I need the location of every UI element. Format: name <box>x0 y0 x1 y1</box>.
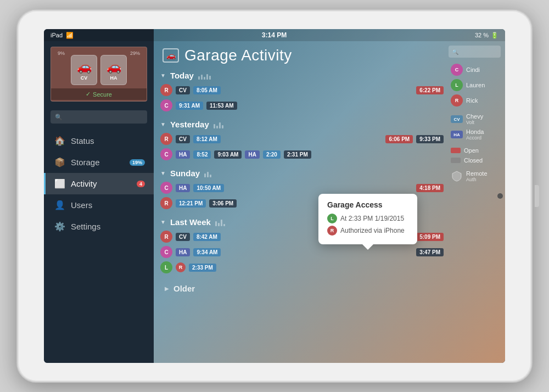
garage-pct-right: 29% <box>130 51 140 56</box>
older-section[interactable]: ▶ Older <box>158 279 446 298</box>
time-tag-933: 9:33 PM <box>416 135 444 143</box>
day-label-today: Today <box>170 71 194 80</box>
garage-secure: ✓ Secure <box>51 88 147 100</box>
legend-item-open: Open <box>449 145 501 155</box>
secure-label: Secure <box>93 91 112 98</box>
sidebar-item-label-settings: Settings <box>71 222 100 231</box>
legend-dot-rick: R <box>451 94 463 107</box>
today-row-1: R CV 8:05 AM 6:22 PM <box>158 82 446 98</box>
lastweek-row-3: L R 2:33 PM <box>158 260 446 275</box>
battery-icon: 🔋 <box>491 32 498 39</box>
storage-icon: 📦 <box>54 157 65 167</box>
sidebar-item-activity[interactable]: ⬜ Activity 4 <box>44 173 154 194</box>
sidebar-search-icon: 🔍 <box>55 114 63 121</box>
day-header-sunday[interactable]: ▼ Sunday <box>158 166 446 180</box>
time-tag-903: 9:03 AM <box>214 150 242 159</box>
ipad-screen: iPad 📶 3:14 PM 32 % 🔋 9% 29% 🚗 CV <box>44 29 505 363</box>
sidebar-search-input[interactable] <box>65 114 143 120</box>
vehicle-cv-lw: CV <box>176 233 190 241</box>
car-slot-2: 🚗 HA <box>100 55 127 85</box>
user-dot-r-inline: R <box>176 262 186 272</box>
day-label-sunday: Sunday <box>170 169 200 178</box>
side-dot <box>497 193 503 199</box>
chevron-down-icon-yesterday: ▼ <box>160 121 166 127</box>
time-tag-812: 8:12 AM <box>193 135 221 143</box>
today-row-2: C 9:31 AM 11:53 AM <box>158 98 446 113</box>
car-icon-1: 🚗 <box>77 60 92 74</box>
legend-item-rick: R Rick <box>449 93 501 108</box>
time-tag-1153: 11:53 AM <box>206 102 237 110</box>
tick-bar-sunday <box>204 170 211 177</box>
time-tag-306: 3:06 PM <box>209 199 237 208</box>
sidebar-item-users[interactable]: 👤 Users <box>44 194 154 216</box>
legend-item-cindi: C Cindi <box>449 62 501 77</box>
time-tag-509: 5:09 PM <box>416 233 444 241</box>
checkmark-icon: ✓ <box>86 91 91 98</box>
chevron-right-icon: ▶ <box>165 285 169 292</box>
right-search-bar[interactable]: 🔍 <box>449 46 501 58</box>
day-header-today[interactable]: ▼ Today <box>158 69 446 82</box>
sidebar-item-label-users: Users <box>71 200 92 210</box>
main-content: 🚗 Garage Activity 🔍 C Cindi L Lauren R <box>154 29 505 363</box>
user-dot-c: C <box>160 99 172 111</box>
user-dot-c-y: C <box>160 148 172 160</box>
device-label: iPad <box>51 32 63 38</box>
legend-label-open: Open <box>464 147 479 154</box>
power-button[interactable] <box>535 185 539 207</box>
user-dot-c-lw: C <box>160 246 172 258</box>
user-dot-l-lw: L <box>160 261 172 273</box>
sidebar-item-settings[interactable]: ⚙️ Settings <box>44 216 154 237</box>
legend-label-remote: Remote Auth <box>466 170 488 182</box>
home-icon: 🏠 <box>54 136 65 146</box>
sidebar-item-storage[interactable]: 📦 Storage 19% <box>44 152 154 173</box>
time-tag-1221: 12:21 PM <box>176 199 206 208</box>
legend-label-rick: Rick <box>466 97 478 104</box>
time-tag-934: 9:34 AM <box>193 248 221 256</box>
user-dot-r: R <box>160 84 172 96</box>
chevron-down-icon-lw: ▼ <box>160 219 166 225</box>
wifi-icon: 📶 <box>66 32 74 39</box>
activity-icon: ⬜ <box>54 178 65 189</box>
chevron-down-icon: ▼ <box>160 72 166 79</box>
day-label-yesterday: Yesterday <box>170 120 209 129</box>
older-label: Older <box>173 284 195 293</box>
legend-rect-chevy: CV <box>451 115 463 123</box>
legend-label-closed: Closed <box>464 157 483 164</box>
popup-bubble: Garage Access L At 2:33 PM 1/19/2015 R A… <box>318 194 417 244</box>
ipad-device: iPad 📶 3:14 PM 32 % 🔋 9% 29% 🚗 CV <box>16 9 533 383</box>
yesterday-row-1: R CV 8:12 AM 6:06 PM 9:33 PM <box>158 131 446 147</box>
user-dot-r-s: R <box>160 197 172 209</box>
legend-rect-honda: HA <box>451 131 463 138</box>
sidebar-search-bar[interactable]: 🔍 <box>51 110 147 124</box>
legend-label-honda: Honda Accord <box>466 128 484 141</box>
time-tag-852: 8:52 <box>193 150 211 159</box>
car-slot-1: 🚗 CV <box>71 55 97 85</box>
vehicle-tag-cv: CV <box>176 86 190 94</box>
vehicle-cv-y: CV <box>176 135 190 143</box>
right-panel: 🔍 C Cindi L Lauren R Rick CV <box>449 46 501 184</box>
legend-label-lauren: Lauren <box>466 82 485 88</box>
popup-user-r: R <box>327 226 337 236</box>
status-bar: iPad 📶 3:14 PM 32 % 🔋 <box>44 29 505 41</box>
user-dot-c-s: C <box>160 182 172 194</box>
sidebar-item-label-status: Status <box>71 136 94 145</box>
vehicle-ha-s: HA <box>176 184 190 192</box>
sidebar-item-label-storage: Storage <box>71 158 100 167</box>
nav-items: 🏠 Status 📦 Storage 19% ⬜ Activity 4 👤 Us… <box>44 130 154 363</box>
time-tag-231: 2:31 PM <box>284 150 311 159</box>
legend-item-closed: Closed <box>449 155 501 165</box>
garage-pct-left: 9% <box>58 51 65 56</box>
legend-label-chevy: Chevy Volt <box>466 113 483 125</box>
legend-item-chevy: CV Chevy Volt <box>449 111 501 127</box>
sidebar-item-status[interactable]: 🏠 Status <box>44 130 154 152</box>
storage-badge: 19% <box>130 159 145 166</box>
garage-map: 9% 29% 🚗 CV 🚗 HA ✓ Secure <box>51 47 147 102</box>
day-header-yesterday[interactable]: ▼ Yesterday <box>158 117 446 131</box>
legend-item-remote: Remote Auth <box>449 169 501 184</box>
popup-row-1: L At 2:33 PM 1/19/2015 <box>327 214 408 223</box>
user-dot-r-y: R <box>160 133 172 145</box>
time-tag-418: 4:18 PM <box>416 184 444 192</box>
user-dot-r-lw: R <box>160 231 172 243</box>
status-right: 32 % 🔋 <box>475 32 498 39</box>
sidebar-item-label-activity: Activity <box>71 179 97 188</box>
